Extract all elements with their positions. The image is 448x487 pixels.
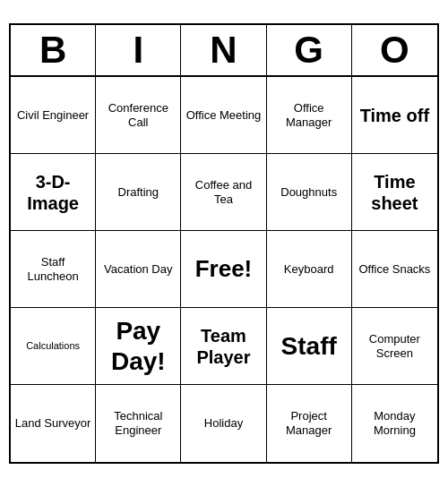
bingo-cell: Office Manager (267, 77, 352, 154)
bingo-cell: Keyboard (267, 231, 352, 308)
bingo-grid: Civil EngineerConference CallOffice Meet… (11, 77, 437, 462)
bingo-cell: Computer Screen (352, 308, 437, 385)
bingo-cell: Staff (267, 308, 352, 385)
bingo-cell: Coffee and Tea (181, 154, 266, 231)
bingo-cell: Staff Luncheon (11, 231, 96, 308)
bingo-cell: Technical Engineer (96, 385, 181, 462)
bingo-cell: Monday Morning (352, 385, 437, 462)
bingo-cell: 3-D-Image (11, 154, 96, 231)
header-letter: O (352, 25, 437, 75)
bingo-cell: Land Surveyor (11, 385, 96, 462)
bingo-cell: Holiday (181, 385, 266, 462)
bingo-cell: Conference Call (96, 77, 181, 154)
bingo-cell: Time sheet (352, 154, 437, 231)
bingo-cell: Pay Day! (96, 308, 181, 385)
bingo-cell: Drafting (96, 154, 181, 231)
bingo-cell: Office Snacks (352, 231, 437, 308)
header-letter: N (181, 25, 266, 75)
bingo-card: BINGO Civil EngineerConference CallOffic… (9, 23, 439, 464)
bingo-cell: Vacation Day (96, 231, 181, 308)
bingo-header: BINGO (11, 25, 437, 77)
bingo-cell: Free! (181, 231, 266, 308)
header-letter: B (11, 25, 96, 75)
bingo-cell: Doughnuts (267, 154, 352, 231)
bingo-cell: Civil Engineer (11, 77, 96, 154)
bingo-cell: Project Manager (267, 385, 352, 462)
bingo-cell: Calculations (11, 308, 96, 385)
header-letter: I (96, 25, 181, 75)
bingo-cell: Time off (352, 77, 437, 154)
bingo-cell: Office Meeting (181, 77, 266, 154)
header-letter: G (267, 25, 352, 75)
bingo-cell: Team Player (181, 308, 266, 385)
